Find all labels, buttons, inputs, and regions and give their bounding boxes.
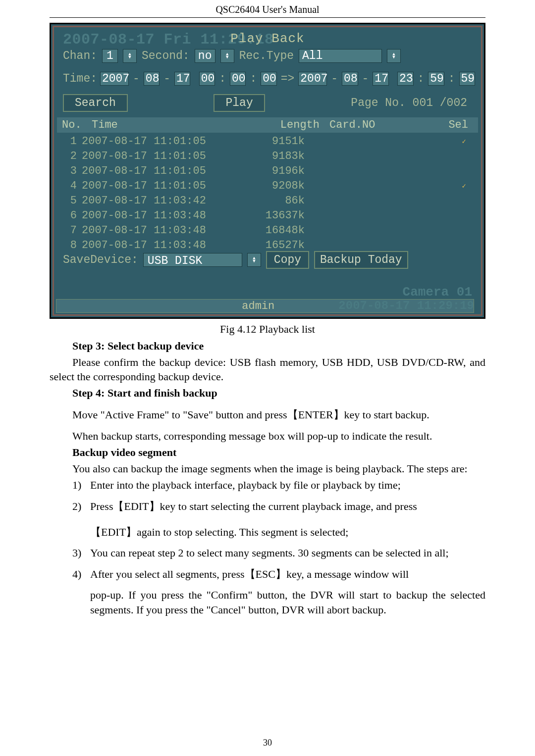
camera-label: Camera 01 (403, 285, 472, 300)
col-no: No. (62, 119, 92, 131)
time-from-ss[interactable]: 00 (261, 72, 276, 86)
table-row[interactable]: 12007-08-17 11:01:059151k✓ (59, 134, 476, 149)
copy-button[interactable]: Copy (266, 251, 309, 269)
chan-spinner[interactable] (123, 49, 137, 63)
table-row[interactable]: 62007-08-17 11:03:4813637k (59, 208, 476, 223)
list-header: No. Time Length Card.NO Sel (57, 117, 478, 133)
status-user: admin (242, 300, 274, 312)
step-item-4: 4)After you select all segments, press【E… (72, 567, 485, 582)
col-sel: Sel (428, 119, 473, 131)
col-cardno: Card.NO (329, 119, 428, 131)
time-from-hh[interactable]: 00 (199, 72, 215, 86)
table-row[interactable]: 42007-08-17 11:01:059208k✓ (59, 179, 476, 194)
time-to-ss[interactable]: 59 (459, 72, 475, 86)
dvr-playback-screen: 2007-08-17 Fri 11:29:18 Play Back Chan: … (50, 23, 485, 319)
step3-text: Please confirm the backup device: USB fl… (50, 355, 485, 384)
chan-label: Chan: (63, 50, 97, 62)
second-spinner[interactable] (220, 49, 234, 63)
time-label: Time: (63, 72, 97, 85)
time-to-hh[interactable]: 23 (397, 72, 413, 86)
step-item-2b: 【EDIT】again to stop selecting. This segm… (90, 525, 485, 540)
time-to-mm[interactable]: 59 (428, 72, 444, 86)
second-input[interactable]: no (195, 49, 215, 63)
col-time: Time (92, 119, 240, 131)
step-item-4b: pop-up. If you press the "Confirm" butto… (90, 588, 485, 617)
step-item-1: 1)Enter into the playback interface, pla… (72, 478, 485, 493)
play-button[interactable]: Play (214, 94, 265, 112)
step4-heading: Step 4: Start and finish backup (50, 386, 485, 401)
chan-input[interactable]: 1 (102, 49, 118, 63)
step4-text2: When backup starts, corresponding messag… (50, 429, 485, 444)
col-length: Length (240, 119, 329, 131)
savedevice-select[interactable]: USB DISK (143, 253, 242, 267)
page-number: 30 (0, 738, 535, 748)
savedevice-spinner[interactable] (247, 253, 261, 267)
step3-heading: Step 3: Select backup device (50, 339, 485, 353)
step-item-3: 3)You can repeat step 2 to select many s… (72, 546, 485, 560)
document-body: Step 3: Select backup device Please conf… (50, 339, 485, 617)
step4-text1: Move "Active Frame" to "Save" button and… (50, 407, 485, 422)
page-info: Page No. 001 /002 (351, 97, 467, 109)
time-from-mm[interactable]: 00 (230, 72, 246, 86)
time-to-month[interactable]: 08 (342, 72, 358, 86)
status-timestamp: 2007-08-17 11:29:19 (338, 299, 474, 312)
table-row[interactable]: 52007-08-17 11:03:4286k (59, 194, 476, 208)
page-header: QSC26404 User's Manual (50, 0, 485, 18)
bvs-heading: Backup video segment (50, 445, 485, 460)
rectype-spinner[interactable] (387, 49, 401, 63)
table-row[interactable]: 32007-08-17 11:01:059196k (59, 164, 476, 179)
table-row[interactable]: 22007-08-17 11:01:059183k (59, 149, 476, 164)
search-button[interactable]: Search (63, 94, 128, 112)
second-label: Second: (142, 50, 190, 62)
figure-caption: Fig 4.12 Playback list (0, 323, 535, 336)
dialog-title: Play Back (54, 31, 481, 46)
time-to-day[interactable]: 17 (373, 72, 388, 86)
time-arrow: => (280, 72, 296, 85)
time-from-year[interactable]: 2007 (100, 72, 129, 86)
table-row[interactable]: 72007-08-17 11:03:4816848k (59, 223, 476, 238)
step-item-2: 2)Press【EDIT】key to start selecting the … (72, 499, 485, 514)
bvs-text: You also can backup the image segments w… (50, 461, 485, 476)
time-from-day[interactable]: 17 (174, 72, 190, 86)
recording-list[interactable]: 12007-08-17 11:01:059151k✓22007-08-17 11… (59, 134, 476, 253)
savedevice-label: SaveDevice: (63, 253, 138, 266)
backup-today-button[interactable]: Backup Today (314, 251, 408, 269)
rectype-input[interactable]: All (299, 49, 382, 63)
time-from-month[interactable]: 08 (144, 72, 160, 86)
time-to-year[interactable]: 2007 (298, 72, 327, 86)
rectype-label: Rec.Type (239, 50, 294, 62)
